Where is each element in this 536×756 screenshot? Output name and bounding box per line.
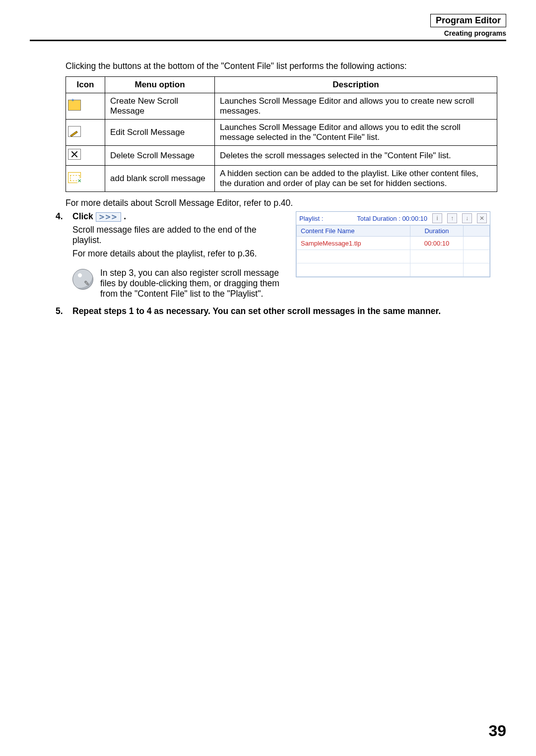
table-row: Edit Scroll Message Launches Scroll Mess… bbox=[66, 120, 497, 146]
playlist-row[interactable]: SampleMessage1.tlp 00:00:10 bbox=[297, 237, 490, 250]
step4-body1: Scroll message files are added to the en… bbox=[72, 225, 286, 246]
playlist-down-button[interactable]: ↓ bbox=[462, 213, 472, 223]
note-text: In step 3, you can also register scroll … bbox=[100, 268, 286, 299]
playlist-table: Content File Name Duration SampleMessage… bbox=[296, 225, 490, 277]
pl-dur: 00:00:10 bbox=[410, 237, 464, 250]
playlist-row-empty: .. bbox=[297, 250, 490, 263]
delete-scroll-icon bbox=[68, 149, 81, 160]
header-subtitle: Creating programs bbox=[430, 29, 506, 37]
cell-menu: Edit Scroll Message bbox=[105, 120, 215, 146]
cell-menu: Create New Scroll Message bbox=[105, 93, 215, 120]
cell-desc: Deletes the scroll messages selected in … bbox=[215, 146, 497, 166]
cell-desc: Launches Scroll Message Editor and allow… bbox=[215, 120, 497, 146]
playlist-up-button[interactable]: ↑ bbox=[447, 213, 457, 223]
step5-text: Repeat steps 1 to 4 as necessary. You ca… bbox=[72, 306, 441, 316]
th-icon: Icon bbox=[66, 77, 105, 93]
pl-name: SampleMessage1.tlp bbox=[297, 237, 410, 250]
pl-spacer bbox=[464, 237, 490, 250]
add-to-playlist-button[interactable]: >>> bbox=[96, 212, 122, 222]
cell-desc: A hidden section can be added to the pla… bbox=[215, 166, 497, 192]
actions-table: Icon Menu option Description Create New … bbox=[66, 76, 497, 192]
pl-col-spacer bbox=[464, 226, 490, 237]
playlist-info-button[interactable]: i bbox=[432, 213, 442, 223]
table-row: add blank scroll message A hidden sectio… bbox=[66, 166, 497, 192]
header-rule bbox=[30, 40, 506, 41]
cell-icon bbox=[66, 146, 105, 166]
cell-menu: add blank scroll message bbox=[105, 166, 215, 192]
th-menu: Menu option bbox=[105, 77, 215, 93]
playlist-label: Playlist : bbox=[299, 215, 323, 222]
playlist-row-empty: .. bbox=[297, 263, 490, 277]
table-row: Delete Scroll Message Deletes the scroll… bbox=[66, 146, 497, 166]
step4-head-pre: Click bbox=[72, 211, 93, 221]
page-number: 39 bbox=[488, 722, 506, 740]
cell-icon bbox=[66, 120, 105, 146]
step-4: Click >>> . Scroll message files are add… bbox=[56, 211, 506, 299]
playlist-delete-button[interactable]: ✕ bbox=[477, 213, 487, 223]
create-scroll-icon bbox=[68, 100, 81, 111]
step4-body2: For more details about the playlist, ref… bbox=[72, 249, 286, 259]
cell-icon bbox=[66, 93, 105, 120]
table-row: Create New Scroll Message Launches Scrol… bbox=[66, 93, 497, 120]
blank-scroll-icon bbox=[68, 172, 81, 183]
pl-col-name: Content File Name bbox=[297, 226, 410, 237]
table-header-row: Icon Menu option Description bbox=[66, 77, 497, 93]
intro-text: Clicking the buttons at the bottom of th… bbox=[66, 61, 506, 71]
playlist-panel: Playlist : Total Duration : 00:00:10 i ↑… bbox=[296, 211, 490, 277]
cell-icon bbox=[66, 166, 105, 192]
pl-col-dur: Duration bbox=[410, 226, 464, 237]
below-text: For more details about Scroll Message Ed… bbox=[66, 198, 506, 208]
th-desc: Description bbox=[215, 77, 497, 93]
note: In step 3, you can also register scroll … bbox=[72, 268, 286, 299]
page-header: Program Editor Creating programs bbox=[430, 14, 506, 37]
cell-desc: Launches Scroll Message Editor and allow… bbox=[215, 93, 497, 120]
edit-scroll-icon bbox=[68, 126, 81, 137]
step4-head-post: . bbox=[124, 211, 126, 221]
step-5: Repeat steps 1 to 4 as necessary. You ca… bbox=[56, 306, 506, 316]
note-icon bbox=[72, 269, 93, 290]
cell-menu: Delete Scroll Message bbox=[105, 146, 215, 166]
playlist-total: Total Duration : 00:00:10 bbox=[357, 215, 427, 222]
header-title: Program Editor bbox=[430, 14, 506, 27]
